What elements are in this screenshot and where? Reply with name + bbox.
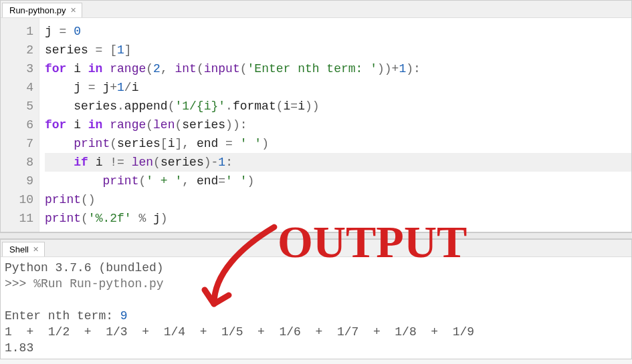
code-line[interactable]: j = 0 — [45, 22, 631, 41]
line-number: 3 — [3, 59, 33, 78]
line-number: 5 — [3, 97, 33, 116]
shell-run-command: %Run Run-python.py — [33, 277, 163, 291]
shell-input-value: 9 — [120, 309, 128, 323]
code-line[interactable]: print('%.2f' % j) — [45, 209, 631, 228]
code-line[interactable]: print(' + ', end=' ') — [45, 172, 631, 190]
shell-tab-bar: Shell ✕ — [1, 240, 631, 257]
code-line[interactable]: j = j+1/i — [45, 78, 631, 97]
code-line[interactable]: for i in range(len(series)): — [45, 116, 631, 134]
code-line[interactable]: print(series[i], end = ' ') — [45, 134, 631, 153]
editor-tab[interactable]: Run-python.py ✕ — [2, 3, 82, 17]
shell-input-prompt: Enter nth term: — [5, 309, 120, 323]
code-line[interactable]: series.append('1/{i}'.format(i=i)) — [45, 97, 631, 116]
line-number: 9 — [3, 172, 33, 190]
shell-banner: Python 3.7.6 (bundled) — [5, 261, 164, 275]
close-icon[interactable]: ✕ — [70, 6, 76, 15]
line-number: 2 — [3, 41, 33, 59]
line-number: 8 — [3, 153, 33, 172]
editor-tab-bar: Run-python.py ✕ — [1, 1, 631, 18]
shell-series-output: 1 + 1/2 + 1/3 + 1/4 + 1/5 + 1/6 + 1/7 + … — [5, 325, 482, 339]
code-line[interactable]: print() — [45, 190, 631, 209]
line-number: 6 — [3, 116, 33, 134]
shell-body[interactable]: Python 3.7.6 (bundled) >>> %Run Run-pyth… — [1, 257, 631, 359]
close-icon[interactable]: ✕ — [33, 245, 39, 254]
code-line[interactable]: series = [1] — [45, 41, 631, 59]
shell-tab-label: Shell — [9, 244, 29, 254]
line-number: 10 — [3, 190, 33, 209]
shell-pane: Shell ✕ Python 3.7.6 (bundled) >>> %Run … — [0, 239, 632, 359]
code-line[interactable]: for i in range(2, int(input('Enter nth t… — [45, 59, 631, 78]
line-number: 11 — [3, 209, 33, 228]
shell-tab[interactable]: Shell ✕ — [2, 242, 45, 256]
code-area[interactable]: 1234567891011 j = 0series = [1]for i in … — [1, 18, 631, 232]
pane-divider[interactable] — [0, 232, 632, 239]
shell-result-output: 1.83 — [5, 341, 33, 355]
code-line[interactable]: if i != len(series)-1: — [45, 153, 631, 172]
line-number: 1 — [3, 22, 33, 41]
editor-pane: Run-python.py ✕ 1234567891011 j = 0serie… — [0, 0, 632, 232]
line-number-gutter: 1234567891011 — [1, 18, 39, 232]
line-number: 7 — [3, 134, 33, 153]
line-number: 4 — [3, 78, 33, 97]
shell-prompt: >>> — [5, 277, 33, 291]
editor-tab-label: Run-python.py — [9, 5, 66, 15]
code-body[interactable]: j = 0series = [1]for i in range(2, int(i… — [39, 18, 631, 232]
